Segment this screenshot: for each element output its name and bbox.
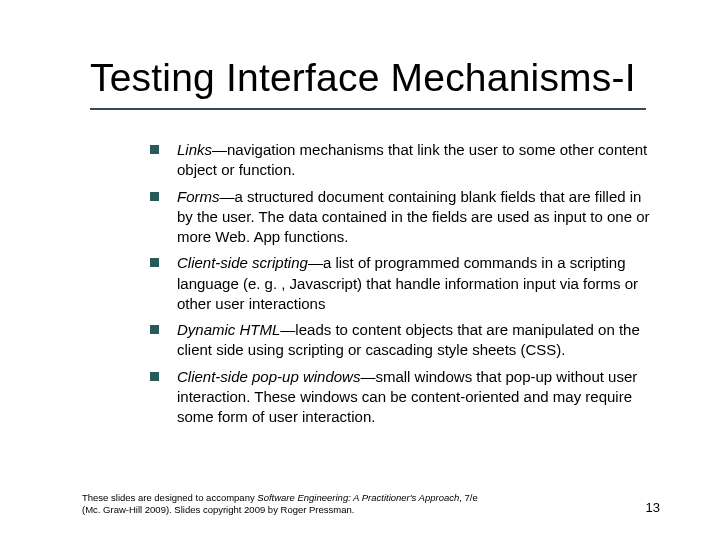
list-item-text: Dynamic HTML—leads to content objects th… [177, 320, 650, 361]
term: Dynamic HTML [177, 321, 280, 338]
desc: —a structured document containing blank … [177, 188, 650, 246]
list-item: Links—navigation mechanisms that link th… [150, 140, 650, 181]
term: Links [177, 141, 212, 158]
page-number: 13 [646, 500, 660, 516]
footnote-pre: These slides are designed to accompany [82, 492, 257, 503]
footnote-book-title: Software Engineering: A Practitioner's A… [257, 492, 459, 503]
term: Forms [177, 188, 220, 205]
square-bullet-icon [150, 372, 159, 381]
list-item-text: Client-side pop-up windows—small windows… [177, 367, 650, 428]
list-item: Forms—a structured document containing b… [150, 187, 650, 248]
footnote-post: , 7/e [459, 492, 478, 503]
list-item: Client-side pop-up windows—small windows… [150, 367, 650, 428]
slide: Testing Interface Mechanisms-I Links—nav… [0, 0, 720, 540]
list-item-text: Forms—a structured document containing b… [177, 187, 650, 248]
square-bullet-icon [150, 145, 159, 154]
footnote: These slides are designed to accompany S… [82, 492, 478, 516]
list-item: Dynamic HTML—leads to content objects th… [150, 320, 650, 361]
slide-title: Testing Interface Mechanisms-I [90, 56, 680, 100]
square-bullet-icon [150, 192, 159, 201]
title-underline [90, 108, 646, 110]
list-item: Client-side scripting—a list of programm… [150, 253, 650, 314]
square-bullet-icon [150, 258, 159, 267]
term: Client-side pop-up windows [177, 368, 360, 385]
list-item-text: Links—navigation mechanisms that link th… [177, 140, 650, 181]
list-item-text: Client-side scripting—a list of programm… [177, 253, 650, 314]
footnote-line2: (Mc. Graw-Hill 2009). Slides copyright 2… [82, 504, 354, 515]
bullet-list: Links—navigation mechanisms that link th… [150, 140, 650, 433]
square-bullet-icon [150, 325, 159, 334]
desc: —navigation mechanisms that link the use… [177, 141, 647, 178]
footer: These slides are designed to accompany S… [82, 492, 660, 516]
term: Client-side scripting [177, 254, 308, 271]
